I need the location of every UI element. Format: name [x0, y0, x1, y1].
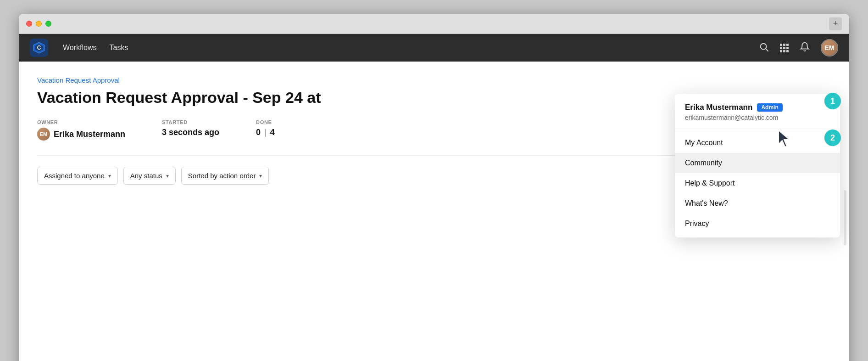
main-content: Vacation Request Approval Vacation Reque…	[19, 62, 849, 361]
app-logo[interactable]: C	[30, 39, 48, 57]
nav-links: Workflows Tasks	[63, 44, 128, 52]
logo-icon: C	[33, 41, 45, 54]
grid-icon[interactable]	[780, 44, 789, 52]
menu-item-whats-new[interactable]: What's New?	[675, 193, 840, 214]
close-button[interactable]	[26, 21, 32, 27]
status-chevron-icon: ▾	[166, 173, 169, 179]
nav-tasks[interactable]: Tasks	[110, 44, 128, 52]
user-menu-header: Erika Mustermann Admin erikamustermann@c…	[675, 94, 840, 129]
done-count: 0	[256, 128, 261, 137]
status-filter[interactable]: Any status ▾	[123, 167, 176, 185]
user-menu-name-row: Erika Mustermann Admin	[685, 103, 830, 112]
done-total: 4	[270, 128, 275, 137]
started-label: STARTED	[162, 119, 219, 125]
assigned-chevron-icon: ▾	[108, 173, 111, 179]
svg-text:C: C	[37, 45, 41, 51]
owner-label: OWNER	[37, 119, 125, 125]
bell-icon[interactable]	[800, 42, 810, 54]
menu-item-community[interactable]: Community	[675, 153, 840, 173]
admin-badge: Admin	[757, 103, 782, 112]
menu-item-my-account[interactable]: My Account	[675, 133, 840, 153]
done-meta: DONE 0 | 4	[256, 119, 275, 137]
owner-avatar: EM	[37, 128, 50, 141]
page-title: Vacation Request Approval - Sep 24 at	[37, 89, 413, 107]
user-menu-items: My Account Community Help & Support What…	[675, 129, 840, 237]
nav-workflows[interactable]: Workflows	[63, 44, 97, 52]
search-icon[interactable]	[759, 42, 769, 54]
scroll-indicator[interactable]	[844, 190, 846, 245]
user-menu-name: Erika Mustermann	[685, 103, 752, 112]
nav-right: EM	[759, 39, 838, 56]
new-tab-button[interactable]: +	[829, 17, 842, 30]
app-navbar: C Workflows Tasks	[19, 34, 849, 62]
started-value: 3 seconds ago	[162, 128, 219, 137]
user-menu: Erika Mustermann Admin erikamustermann@c…	[675, 94, 840, 237]
owner-value: EM Erika Mustermann	[37, 128, 125, 141]
avatar[interactable]: EM	[821, 39, 838, 56]
assigned-filter-label: Assigned to anyone	[44, 172, 105, 180]
sort-filter[interactable]: Sorted by action order ▾	[181, 167, 269, 185]
svg-line-4	[766, 49, 768, 51]
sort-filter-label: Sorted by action order	[188, 172, 256, 180]
assigned-filter[interactable]: Assigned to anyone ▾	[37, 167, 118, 185]
user-menu-email: erikamustermann@catalytic.com	[685, 114, 830, 121]
breadcrumb[interactable]: Vacation Request Approval	[37, 76, 831, 84]
menu-item-help-support[interactable]: Help & Support	[675, 173, 840, 193]
browser-titlebar: +	[19, 14, 849, 34]
avatar-initials: EM	[822, 40, 837, 56]
minimize-button[interactable]	[36, 21, 42, 27]
menu-item-privacy[interactable]: Privacy	[675, 214, 840, 234]
started-meta: STARTED 3 seconds ago	[162, 119, 219, 137]
browser-window: + C Workflows Tasks	[19, 14, 849, 361]
maximize-button[interactable]	[45, 21, 51, 27]
status-filter-label: Any status	[130, 172, 162, 180]
owner-meta: OWNER EM Erika Mustermann	[37, 119, 125, 141]
owner-name: Erika Mustermann	[54, 130, 125, 139]
done-value: 0 | 4	[256, 128, 275, 137]
done-label: DONE	[256, 119, 275, 125]
sort-chevron-icon: ▾	[259, 173, 262, 179]
